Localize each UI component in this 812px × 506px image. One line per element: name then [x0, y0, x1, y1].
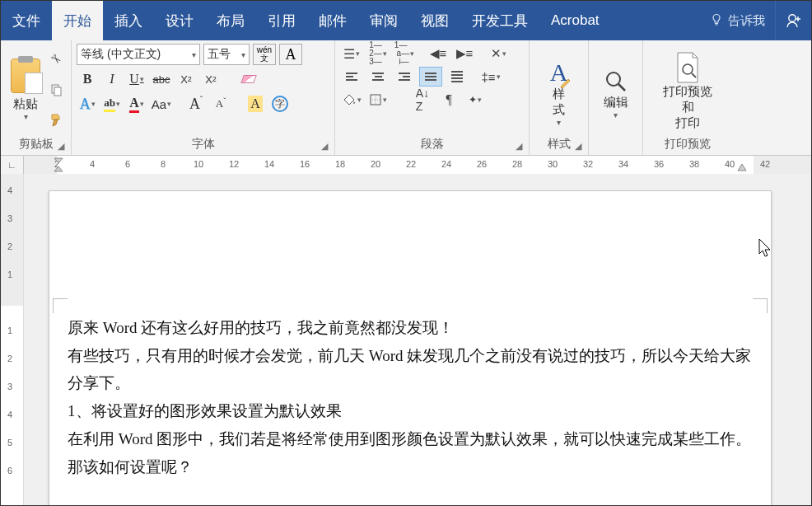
paste-button[interactable]: 粘贴 ▾	[6, 44, 45, 135]
asian-layout-button[interactable]: ✕▾	[487, 44, 510, 63]
tab-insert[interactable]: 插入	[103, 1, 154, 40]
print-preview-button[interactable]: 打印预览和 打印	[658, 51, 717, 131]
vruler-tick: 4	[7, 410, 12, 419]
clipboard-group-label: 剪贴板 ◢	[6, 135, 66, 155]
doc-paragraph[interactable]: 在利用 Word 图形中，我们若是将经常使用到图形颜色设置为默认效果，就可以快速…	[68, 426, 753, 452]
vruler-tick: 1	[7, 326, 12, 335]
underline-button[interactable]: U▾	[126, 68, 147, 90]
ruler-bar: ∟ 24681012141618202224262830323436384042	[1, 156, 811, 174]
sort-button[interactable]: A↓Z	[411, 90, 434, 110]
ruler-tick: 4	[90, 159, 95, 169]
bullets-button[interactable]: ☰▾	[340, 44, 363, 63]
grid-icon: ✦	[469, 94, 477, 105]
bold-button[interactable]: B	[77, 68, 98, 90]
clipboard-launcher[interactable]: ◢	[58, 141, 64, 152]
ruler-tick: 32	[583, 159, 593, 169]
tab-acrobat[interactable]: Acrobat	[539, 1, 611, 40]
copy-button[interactable]	[47, 81, 65, 99]
tab-design[interactable]: 设计	[154, 1, 205, 40]
align-center-button[interactable]	[366, 67, 390, 87]
paragraph-group-label: 段落 ◢	[340, 135, 524, 155]
text-effects-button[interactable]: A▾	[77, 93, 98, 115]
format-painter-button[interactable]	[47, 111, 65, 129]
italic-button[interactable]: I	[101, 68, 123, 90]
brush-overlay-icon	[559, 75, 572, 88]
styles-launcher[interactable]: ◢	[575, 141, 581, 152]
doc-paragraph[interactable]: 1、将设置好的图形效果设置为默认效果	[68, 398, 753, 424]
tab-file[interactable]: 文件	[1, 1, 52, 40]
snap-to-grid-button[interactable]: ✦▾	[464, 90, 487, 110]
highlight-button[interactable]: ab▾	[101, 93, 123, 115]
font-launcher[interactable]: ◢	[321, 141, 328, 152]
tab-mailings[interactable]: 邮件	[307, 1, 358, 40]
decrease-indent-button[interactable]: ◀≡	[427, 44, 450, 63]
ruler-tick: 26	[477, 159, 487, 169]
brush-icon	[49, 113, 63, 128]
align-justify-button[interactable]	[419, 67, 442, 87]
paragraph-launcher[interactable]: ◢	[516, 141, 522, 152]
distributed-button[interactable]	[446, 67, 469, 87]
align-left-button[interactable]	[340, 67, 363, 87]
styles-icon: A	[550, 59, 568, 87]
document-area: 4321123456 原来 Word 还有这么好用的技巧，我之前竟然都没发现！ …	[1, 174, 811, 505]
page-viewport[interactable]: 原来 Word 还有这么好用的技巧，我之前竟然都没发现！ 有些技巧，只有用的时候…	[24, 174, 811, 505]
numbering-button[interactable]: 1—2—3—▾	[366, 44, 390, 63]
subscript-button[interactable]: X	[175, 68, 197, 90]
doc-paragraph[interactable]: 原来 Word 还有这么好用的技巧，我之前竟然都没发现！	[68, 315, 753, 341]
right-indent-marker[interactable]	[737, 163, 747, 171]
multilevel-button[interactable]: 1— a— i—▾	[393, 44, 416, 63]
tab-review[interactable]: 审阅	[358, 1, 409, 40]
tab-references[interactable]: 引用	[256, 1, 307, 40]
tab-view[interactable]: 视图	[409, 1, 460, 40]
change-case-button[interactable]: Aa▾	[151, 93, 172, 115]
cut-button[interactable]: ✂	[47, 50, 65, 68]
tab-selector[interactable]: ∟	[1, 156, 24, 174]
vruler-tick: 4	[7, 185, 12, 195]
tab-developer[interactable]: 开发工具	[460, 1, 539, 40]
align-right-button[interactable]	[393, 67, 416, 87]
phonetic-guide-button[interactable]: wén 文	[253, 44, 276, 65]
doc-paragraph[interactable]: 那该如何设置呢？	[68, 454, 753, 480]
superscript-button[interactable]: X	[200, 68, 222, 90]
enclose-char-icon: A	[248, 96, 263, 112]
horizontal-ruler[interactable]: 24681012141618202224262830323436384042	[24, 156, 811, 174]
doc-paragraph[interactable]: 有些技巧，只有用的时候才会发觉，前几天 Word 妹发现几个之前没有说过的技巧，…	[68, 343, 753, 396]
enclose-char-button[interactable]: A	[245, 93, 266, 115]
clear-formatting-button[interactable]	[238, 68, 259, 90]
distributed-icon	[451, 71, 463, 82]
font-color-button[interactable]: A▾	[126, 93, 147, 115]
vruler-tick: 2	[7, 241, 12, 251]
text-effects-icon: A	[80, 96, 91, 113]
ruler-tick: 42	[760, 159, 770, 169]
ruler-tick: 10	[194, 159, 203, 169]
tell-me-box[interactable]: 告诉我	[700, 1, 775, 40]
shrink-font-button[interactable]: Aˇ	[210, 93, 231, 115]
document-body[interactable]: 原来 Word 还有这么好用的技巧，我之前竟然都没发现！ 有些技巧，只有用的时候…	[68, 315, 753, 481]
line-spacing-button[interactable]: ‡≡▾	[479, 67, 502, 87]
line-spacing-icon: ‡≡	[481, 70, 495, 84]
tab-home[interactable]: 开始	[52, 1, 103, 40]
tab-layout[interactable]: 布局	[205, 1, 256, 40]
circled-char-button[interactable]: 字	[269, 93, 291, 115]
borders-icon	[369, 93, 382, 106]
align-center-icon	[372, 73, 384, 81]
grow-font-button[interactable]: Aˆ	[185, 93, 207, 115]
increase-indent-button[interactable]: ▶≡	[453, 44, 476, 63]
numbering-icon: 1—2—3—	[369, 41, 382, 66]
scissors-icon: ✂	[47, 50, 65, 68]
borders-button[interactable]: ▾	[366, 90, 390, 110]
editing-button[interactable]: 编辑 ▾	[598, 68, 634, 119]
shading-button[interactable]: ▾	[340, 90, 363, 110]
ruler-tick: 6	[125, 159, 130, 169]
font-size-combo[interactable]: 五号▾	[203, 44, 250, 65]
styles-label: 样式	[549, 87, 568, 118]
vertical-ruler[interactable]: 4321123456	[1, 174, 24, 505]
strikethrough-button[interactable]: abc	[151, 68, 172, 90]
styles-button[interactable]: A 样式 ▾	[544, 59, 573, 127]
share-button[interactable]	[775, 1, 811, 40]
first-line-indent-marker[interactable]	[54, 157, 63, 172]
char-border-button[interactable]: A	[279, 44, 302, 65]
show-hide-button[interactable]: ¶	[437, 90, 460, 110]
ruler-tick: 8	[161, 159, 166, 169]
font-name-combo[interactable]: 等线 (中文正文)▾	[77, 44, 200, 65]
